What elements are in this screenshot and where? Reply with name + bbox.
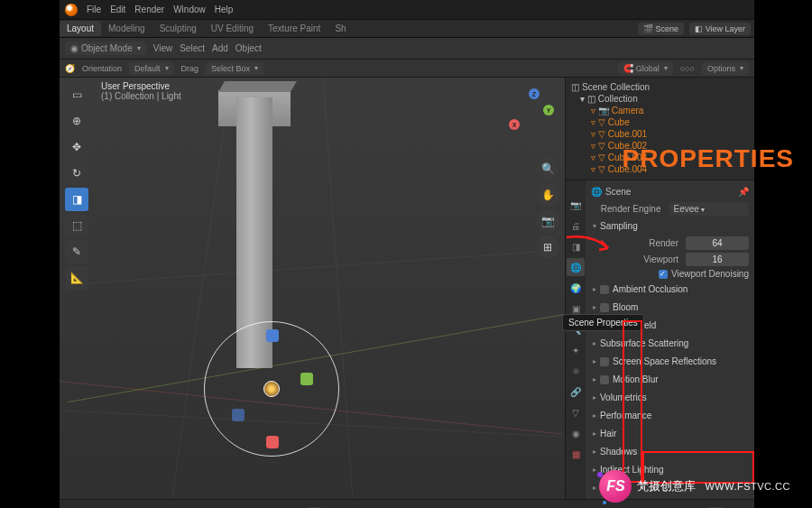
render-samples-input[interactable]: 64	[686, 236, 749, 250]
gizmo-x-handle[interactable]	[266, 436, 279, 448]
pan-icon[interactable]: ✋	[536, 183, 559, 207]
transform-gizmo[interactable]	[204, 321, 339, 457]
axis-z-icon[interactable]: Z	[529, 88, 540, 99]
menu-render[interactable]: Render	[134, 5, 164, 14]
section-hair[interactable]: Hair	[591, 426, 749, 441]
outliner-item[interactable]: ▿ ▽ Cube.001	[569, 128, 751, 140]
engine-dropdown[interactable]: Eevee	[669, 202, 750, 216]
section-ao[interactable]: Ambient Occlusion	[591, 282, 749, 297]
menu-window[interactable]: Window	[173, 5, 206, 14]
tab-sculpting[interactable]: Sculpting	[152, 21, 204, 36]
header-select[interactable]: Select	[180, 43, 205, 53]
drag-dropdown[interactable]: Select Box	[206, 62, 263, 75]
viewport-samples-input[interactable]: 16	[686, 253, 749, 266]
viewport-3d[interactable]: User Perspective (1) Collection | Light …	[60, 78, 565, 499]
tool-scale[interactable]: ◨	[65, 188, 88, 211]
bloom-label: Bloom	[613, 302, 638, 312]
outliner-root-label: Scene Collection	[582, 82, 650, 92]
tab-shading[interactable]: Sh	[328, 21, 353, 36]
drag-label: Drag	[181, 64, 199, 73]
watermark-badge-icon: FS	[599, 470, 632, 503]
ptab-constraint-icon[interactable]: 🔗	[567, 383, 585, 401]
camera-icon[interactable]: 📷	[536, 209, 559, 233]
outliner-item[interactable]: ▿ ▽ Cube	[569, 116, 751, 128]
ptab-particle-icon[interactable]: ✦	[567, 341, 585, 359]
global-label: Global	[636, 64, 660, 73]
tool-transform[interactable]: ⬚	[65, 214, 88, 237]
viewport-denoise-checkbox[interactable]	[659, 270, 668, 279]
annotation-properties-label: PROPERTIES	[623, 144, 794, 173]
tool-move[interactable]: ✥	[65, 135, 88, 159]
axis-y-icon[interactable]: Y	[543, 105, 554, 115]
perspective-icon[interactable]: ⊞	[536, 236, 559, 259]
tool-select-box[interactable]: ▭	[65, 83, 88, 106]
tab-uv[interactable]: UV Editing	[204, 21, 261, 36]
ptab-texture-icon[interactable]: ▦	[567, 445, 585, 463]
gizmo-z-handle[interactable]	[266, 329, 279, 342]
denoise-label: Viewport Denoising	[671, 269, 749, 279]
ssr-checkbox[interactable]	[600, 357, 609, 366]
annotation-arrow-icon	[565, 230, 619, 266]
viewport-perspective-label: User Perspective	[101, 81, 181, 91]
blender-logo-icon	[65, 4, 78, 16]
top-menu-bar: File Edit Render Window Help	[60, 0, 754, 20]
tab-texture[interactable]: Texture Paint	[261, 21, 328, 36]
tab-modeling[interactable]: Modeling	[101, 21, 152, 36]
section-vol[interactable]: Volumetrics	[591, 390, 749, 405]
watermark-url: WWW.FSTVC.CC	[705, 481, 790, 492]
header-add[interactable]: Add	[212, 43, 228, 53]
header-view[interactable]: View	[153, 43, 173, 53]
properties-tabs: 📷 🖨 ◨ 🌐 🌍 ▣ 🔧 ✦ ⚛ 🔗 ▽ ◉ ▦	[566, 180, 586, 499]
ptab-render-icon[interactable]: 📷	[567, 196, 585, 214]
gizmo-y-handle[interactable]	[300, 373, 313, 385]
axis-x-icon[interactable]: X	[509, 119, 520, 130]
section-blur[interactable]: Motion Blur	[591, 372, 749, 387]
tool-cursor[interactable]: ⊕	[65, 109, 88, 133]
outliner-item[interactable]: ▿ 📷 Camera	[569, 105, 751, 116]
watermark: FS 梵摄创意库 WWW.FSTVC.CC	[599, 470, 790, 503]
toolbar-left: ▭ ⊕ ✥ ↻ ◨ ⬚ ✎ 📐	[65, 83, 88, 290]
gizmo-neg-handle[interactable]	[232, 409, 245, 421]
ao-checkbox[interactable]	[600, 285, 609, 294]
mode-dropdown[interactable]: ◉ Object Mode	[65, 42, 146, 55]
tool-rotate[interactable]: ↻	[65, 162, 88, 185]
menu-help[interactable]: Help	[215, 5, 234, 14]
mode-label: Object Mode	[81, 43, 133, 53]
outliner-collection[interactable]: ▾ ◫ Collection	[569, 93, 751, 105]
orientation-dropdown[interactable]: Default	[129, 62, 174, 75]
header-object[interactable]: Object	[235, 43, 262, 53]
tab-layout[interactable]: Layout	[60, 21, 101, 36]
section-bloom[interactable]: Bloom	[591, 300, 749, 315]
tool-measure[interactable]: 📐	[65, 266, 88, 290]
ptab-data-icon[interactable]: ▽	[567, 403, 585, 421]
shadows-label: Shadows	[600, 447, 637, 457]
options-dropdown[interactable]: Options	[702, 62, 749, 75]
global-dropdown[interactable]: 🧲 Global	[618, 62, 673, 75]
blur-checkbox[interactable]	[600, 375, 609, 384]
outliner-cube1: Cube.001	[608, 129, 647, 139]
gizmo-center-icon[interactable]	[263, 381, 280, 397]
section-shadows[interactable]: Shadows	[591, 444, 749, 459]
vol-label: Volumetrics	[600, 393, 647, 402]
nav-gizmo[interactable]: X Y Z	[505, 88, 556, 139]
watermark-fs: FS	[606, 478, 624, 494]
menu-edit[interactable]: Edit	[110, 5, 125, 14]
props-breadcrumb: 🌐 Scene📌	[591, 184, 749, 199]
section-ssr[interactable]: Screen Space Reflections	[591, 354, 749, 369]
ptab-material-icon[interactable]: ◉	[567, 424, 585, 442]
props-title: Scene	[605, 187, 631, 197]
ptab-world-icon[interactable]: 🌍	[567, 279, 585, 297]
outliner-root[interactable]: ◫ Scene Collection	[569, 81, 751, 93]
bloom-checkbox[interactable]	[600, 303, 609, 312]
tool-annotate[interactable]: ✎	[65, 240, 88, 263]
scene-selector[interactable]: 🎬 Scene	[638, 23, 684, 35]
viewlayer-selector[interactable]: ◧ View Layer	[689, 23, 751, 35]
ptab-physics-icon[interactable]: ⚛	[567, 362, 585, 380]
zoom-icon[interactable]: 🔍	[536, 157, 559, 180]
section-perf[interactable]: Performance	[591, 408, 749, 423]
section-sss[interactable]: Subsurface Scattering	[591, 336, 749, 351]
workspace-tabs: Layout Modeling Sculpting UV Editing Tex…	[60, 20, 754, 38]
engine-label: Render Engine	[591, 204, 665, 214]
menu-file[interactable]: File	[87, 5, 101, 14]
right-panel: ◫ Scene Collection ▾ ◫ Collection ▿ 📷 Ca…	[565, 78, 754, 499]
